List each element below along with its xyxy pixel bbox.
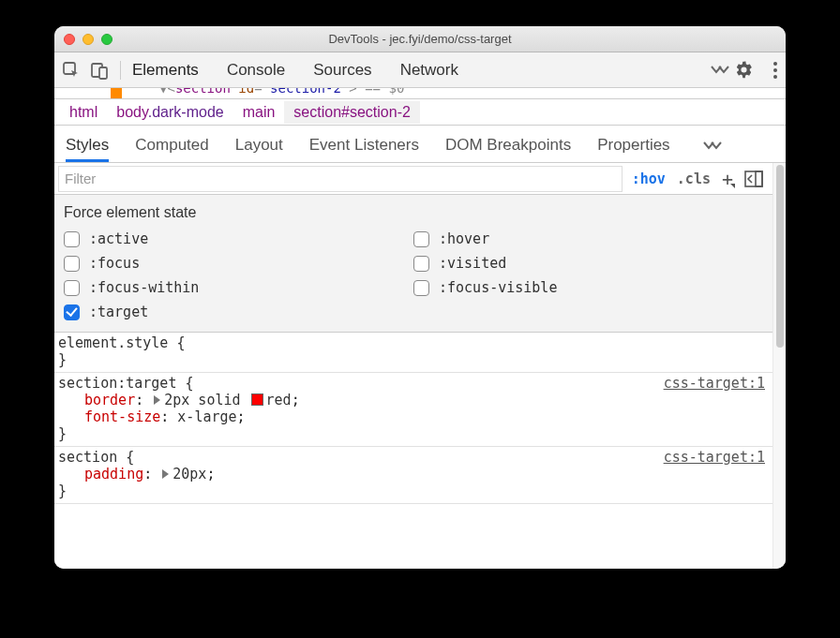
main-tab-console[interactable]: Console xyxy=(227,61,285,80)
force-state-label: :visited xyxy=(439,255,506,272)
more-sub-tabs-chevron-icon[interactable] xyxy=(702,140,723,162)
rule-source-link[interactable]: css-target:1 xyxy=(664,375,765,392)
svg-point-4 xyxy=(773,68,777,72)
breadcrumb-item[interactable]: main xyxy=(233,101,285,124)
force-state-focus-within[interactable]: :focus-within xyxy=(64,279,413,296)
force-element-state-panel: Force element state :active:hover:focus:… xyxy=(54,195,772,333)
rule-selector[interactable]: section:target xyxy=(58,375,176,392)
devtools-window: DevTools - jec.fyi/demo/css-target Eleme… xyxy=(54,26,786,569)
vertical-scrollbar[interactable] xyxy=(772,163,786,569)
zoom-window-button[interactable] xyxy=(101,34,112,45)
force-state-focus-visible[interactable]: :focus-visible xyxy=(413,279,763,296)
force-state-label: :focus-within xyxy=(89,279,199,296)
breadcrumb: htmlbody.dark-modemainsection#section-2 xyxy=(54,99,786,126)
svg-point-3 xyxy=(773,62,777,66)
rule-source-link[interactable]: css-target:1 xyxy=(664,449,765,466)
force-state-label: :focus-visible xyxy=(439,279,557,296)
rule-selector[interactable]: element.style xyxy=(58,334,168,351)
checkbox-icon[interactable] xyxy=(413,231,429,247)
sub-tab-properties[interactable]: Properties xyxy=(597,136,669,162)
style-rule[interactable]: element.style {} xyxy=(54,333,772,373)
force-state-label: :target xyxy=(89,304,148,320)
checkbox-icon[interactable] xyxy=(413,280,429,296)
breadcrumb-item[interactable]: html xyxy=(60,101,107,124)
checkbox-icon[interactable] xyxy=(64,304,80,320)
checkbox-icon[interactable] xyxy=(413,256,429,272)
close-window-button[interactable] xyxy=(64,34,75,45)
toggle-cls-button[interactable]: .cls xyxy=(677,171,711,187)
breadcrumb-item[interactable]: section#section-2 xyxy=(284,101,420,124)
force-state-active[interactable]: :active xyxy=(64,230,413,247)
sub-tab-dom-breakpoints[interactable]: DOM Breakpoints xyxy=(445,136,571,162)
force-state-label: :focus xyxy=(89,255,140,272)
svg-rect-2 xyxy=(99,67,107,79)
sub-tab-event-listeners[interactable]: Event Listeners xyxy=(309,136,419,162)
style-declaration[interactable]: border: 2px solid red; xyxy=(58,392,765,408)
settings-gear-icon[interactable] xyxy=(734,60,754,80)
elements-tree-peek[interactable]: ▼<section id="section-2"> == $0 xyxy=(54,88,786,99)
checkbox-icon[interactable] xyxy=(64,231,80,247)
style-declaration[interactable]: padding: 20px; xyxy=(58,466,765,482)
force-state-label: :active xyxy=(89,230,148,247)
window-titlebar: DevTools - jec.fyi/demo/css-target xyxy=(54,26,786,52)
window-title: DevTools - jec.fyi/demo/css-target xyxy=(54,32,786,46)
color-swatch-icon[interactable] xyxy=(251,393,263,406)
main-toolbar: ElementsConsoleSourcesNetwork xyxy=(54,52,786,88)
breadcrumb-item[interactable]: body.dark-mode xyxy=(107,101,232,124)
force-state-title: Force element state xyxy=(64,204,763,221)
main-tab-elements[interactable]: Elements xyxy=(132,61,199,80)
inspect-icon[interactable] xyxy=(62,61,81,80)
styles-filter-row: :hov .cls + xyxy=(54,163,772,195)
style-rules-list: element.style {}css-target:1section:targ… xyxy=(54,333,772,504)
main-tab-sources[interactable]: Sources xyxy=(313,61,371,80)
svg-rect-7 xyxy=(756,171,762,186)
style-rule[interactable]: css-target:1section {padding: 20px;} xyxy=(54,447,772,504)
style-rule[interactable]: css-target:1section:target {border: 2px … xyxy=(54,373,772,447)
force-state-hover[interactable]: :hover xyxy=(413,230,763,247)
force-state-focus[interactable]: :focus xyxy=(64,255,413,272)
main-tab-network[interactable]: Network xyxy=(400,61,458,80)
force-state-target[interactable]: :target xyxy=(64,304,413,320)
styles-sub-tabs: StylesComputedLayoutEvent ListenersDOM B… xyxy=(54,126,786,163)
styles-filter-input[interactable] xyxy=(58,166,622,192)
force-state-label: :hover xyxy=(439,230,489,247)
kebab-menu-icon[interactable] xyxy=(772,61,778,80)
toggle-hov-button[interactable]: :hov xyxy=(632,171,666,187)
force-state-visited[interactable]: :visited xyxy=(413,255,763,272)
svg-point-5 xyxy=(773,75,777,79)
toggle-computed-sidebar-icon[interactable] xyxy=(744,171,763,187)
expand-shorthand-icon[interactable] xyxy=(154,395,160,405)
minimize-window-button[interactable] xyxy=(82,34,94,45)
sub-tab-styles[interactable]: Styles xyxy=(66,136,109,162)
rule-selector[interactable]: section xyxy=(58,449,117,466)
checkbox-icon[interactable] xyxy=(64,280,80,296)
more-tabs-chevron-icon[interactable] xyxy=(710,64,730,77)
sub-tab-layout[interactable]: Layout xyxy=(235,136,283,162)
checkbox-icon[interactable] xyxy=(64,256,80,272)
device-toggle-icon[interactable] xyxy=(90,61,109,80)
new-style-rule-button[interactable]: + xyxy=(722,168,733,190)
style-declaration[interactable]: font-size: x-large; xyxy=(58,408,765,425)
sub-tab-computed[interactable]: Computed xyxy=(135,136,208,162)
expand-shorthand-icon[interactable] xyxy=(162,469,169,479)
